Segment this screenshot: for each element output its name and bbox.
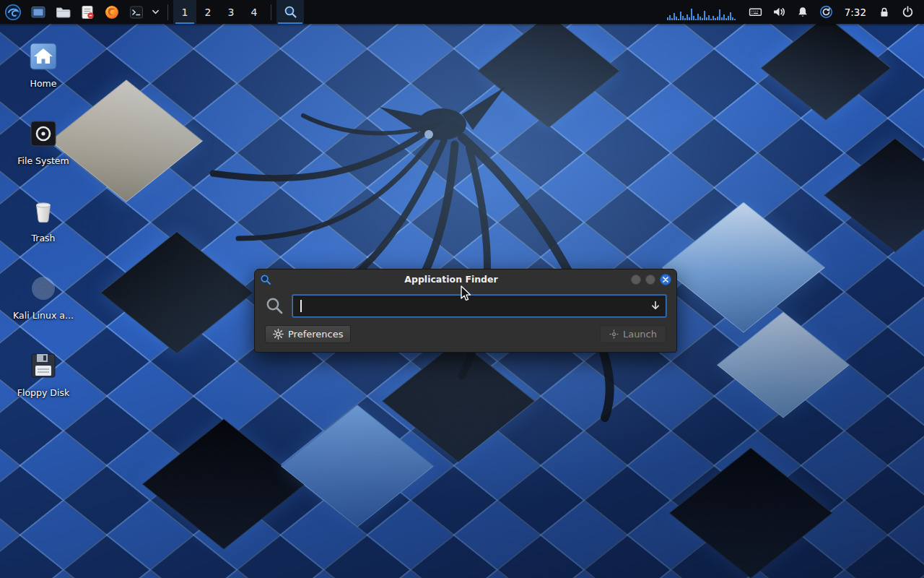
wallpaper-cube: [281, 405, 434, 527]
wallpaper-cube: [717, 311, 850, 418]
terminal-dropdown-arrow[interactable]: [149, 0, 162, 24]
preferences-button[interactable]: Preferences: [265, 325, 351, 343]
document-icon: [79, 4, 95, 20]
arrow-down-icon: [649, 299, 662, 312]
wallpaper-cube: [760, 16, 891, 121]
power-icon: [901, 5, 915, 19]
text-editor-launcher[interactable]: [75, 0, 100, 24]
search-input-wrap: [292, 295, 666, 317]
desktop-icon-home[interactable]: Home: [3, 39, 84, 89]
keyboard-icon: [749, 5, 762, 19]
maximize-button[interactable]: [645, 275, 655, 285]
volume-button[interactable]: [767, 0, 791, 24]
application-finder-icon: [260, 274, 271, 285]
workspace-switcher: 1 2 3 4: [173, 0, 266, 24]
terminal-launcher[interactable]: [124, 0, 149, 24]
window-icon: [30, 4, 46, 20]
workspace-4[interactable]: 4: [243, 0, 266, 24]
kali-logo-icon: [4, 4, 22, 21]
floppy-disk-icon: [26, 348, 61, 383]
show-desktop-button[interactable]: [26, 0, 51, 24]
search-input[interactable]: [292, 295, 666, 317]
text-caret: [300, 300, 302, 312]
clock[interactable]: 7:32: [838, 7, 873, 18]
launch-button[interactable]: Launch: [600, 325, 666, 343]
workspace-2[interactable]: 2: [196, 0, 219, 24]
logout-button[interactable]: [896, 0, 920, 24]
desktop-icon-label: Trash: [31, 233, 55, 243]
launch-label: Launch: [623, 329, 657, 340]
wallpaper-cube: [100, 231, 253, 354]
notifications-button[interactable]: [791, 0, 814, 24]
magnifier-icon: [284, 5, 297, 19]
wallpaper-cube: [382, 340, 535, 462]
firefox-icon: [104, 4, 120, 20]
preferences-label: Preferences: [288, 329, 343, 340]
close-button[interactable]: [660, 274, 671, 285]
keyboard-indicator[interactable]: [744, 0, 767, 24]
gear-icon: [273, 329, 284, 340]
wallpaper-cube: [142, 418, 305, 549]
folder-icon: [55, 4, 71, 20]
desktop-icon-label: File System: [17, 156, 69, 166]
home-folder-icon: [26, 39, 61, 74]
wallpaper-cube: [662, 202, 825, 332]
hard-disk-icon: [26, 116, 61, 151]
titlebar[interactable]: Application Finder: [255, 269, 676, 289]
trash-can-icon: [26, 194, 61, 228]
desktop-icon-label: Kali Linux a...: [13, 311, 74, 321]
screen-lock-button[interactable]: [873, 0, 896, 24]
desktop-icon-label: Floppy Disk: [17, 388, 69, 398]
workspace-3[interactable]: 3: [219, 0, 243, 24]
launch-icon: [609, 329, 619, 339]
bell-icon: [796, 6, 809, 19]
update-circle-icon: [819, 5, 833, 19]
window-title: Application Finder: [276, 274, 627, 285]
minimize-button[interactable]: [631, 275, 641, 285]
application-finder-window: Application Finder: [254, 269, 677, 353]
firefox-launcher[interactable]: [100, 0, 124, 24]
applications-menu-button[interactable]: [0, 0, 26, 24]
input-dropdown-arrow[interactable]: [649, 299, 662, 315]
kali-docs-faded-icon: [26, 271, 61, 306]
terminal-icon: [128, 4, 144, 20]
desktop-icon-floppy-disk[interactable]: Floppy Disk: [3, 348, 84, 398]
volume-icon: [772, 5, 786, 19]
cpu-graph[interactable]: [667, 3, 736, 22]
top-panel: 1 2 3 4: [0, 0, 924, 24]
desktop-icon-trash[interactable]: Trash: [3, 194, 84, 243]
desktop-icon-file-system[interactable]: File System: [3, 116, 84, 166]
close-icon: [663, 277, 668, 282]
wallpaper-cube: [669, 447, 832, 578]
workspace-1[interactable]: 1: [173, 0, 196, 24]
wallpaper-cube: [477, 14, 620, 128]
desktop-icon-label: Home: [30, 79, 57, 89]
finder-body: Preferences Launch: [255, 289, 676, 352]
dragon-eye: [424, 130, 433, 139]
file-manager-launcher[interactable]: [51, 0, 75, 24]
search-icon: [265, 296, 284, 316]
panel-separator: [167, 4, 168, 20]
taskbar-application-finder[interactable]: [276, 0, 304, 24]
lock-icon: [878, 6, 891, 19]
desktop-icon-kali-docs[interactable]: Kali Linux a...: [3, 271, 84, 321]
cpu-graph-bars: [667, 3, 736, 22]
chevron-down-icon: [151, 7, 160, 17]
wallpaper-cube: [824, 138, 924, 252]
updates-button[interactable]: [814, 0, 838, 24]
panel-separator: [271, 4, 271, 20]
